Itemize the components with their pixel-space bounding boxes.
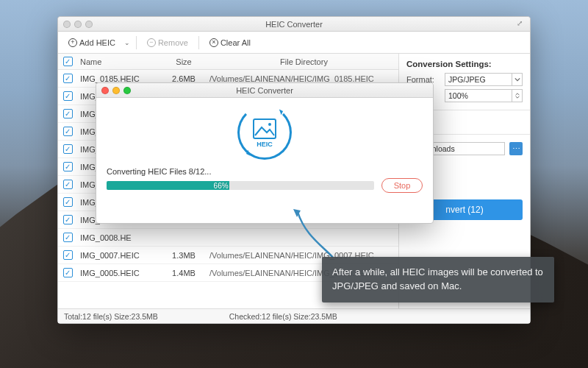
col-name[interactable]: Name — [77, 57, 158, 66]
app-logo-icon: HEIC — [237, 105, 292, 160]
file-size: 1.3MB — [158, 251, 209, 260]
logo-text: HEIC — [257, 141, 273, 148]
row-checkbox[interactable] — [63, 215, 73, 224]
file-size: 2.6MB — [158, 74, 209, 83]
file-directory: /Volumes/ELAINENAN/HEIC/IMG_0185.HEIC — [209, 74, 398, 83]
row-checkbox[interactable] — [63, 197, 73, 207]
progress-percent: 66% — [214, 182, 229, 190]
col-dir[interactable]: File Directory — [209, 57, 398, 66]
stop-button[interactable]: Stop — [381, 178, 423, 193]
clear-all-button[interactable]: × Clear All — [205, 37, 255, 49]
convert-button-label: nvert (12) — [445, 205, 483, 215]
quality-value: 100% — [448, 91, 468, 100]
zoom-icon[interactable] — [123, 87, 131, 94]
stepper-icon — [512, 90, 522, 102]
close-icon[interactable] — [101, 87, 109, 94]
row-checkbox[interactable] — [63, 233, 73, 242]
table-row[interactable]: IMG_0008.HE — [58, 229, 398, 247]
minus-icon: − — [147, 38, 156, 47]
quality-select[interactable]: 100% — [445, 89, 523, 102]
status-total: Total:12 file(s) Size:23.5MB — [64, 312, 158, 321]
x-icon: × — [209, 38, 218, 47]
settings-title: Conversion Settings: — [406, 60, 523, 68]
browse-button[interactable]: ⋯ — [509, 142, 523, 155]
row-checkbox[interactable] — [63, 127, 73, 136]
file-name: IMG_0005.HEIC — [77, 269, 158, 277]
progress-bar: 66% — [107, 181, 374, 190]
close-icon[interactable] — [63, 21, 71, 28]
svg-rect-0 — [254, 119, 276, 138]
stop-button-label: Stop — [394, 181, 411, 190]
minimize-icon[interactable] — [112, 87, 120, 94]
svg-point-1 — [268, 123, 271, 126]
minimize-icon[interactable] — [74, 21, 82, 28]
window-title: HEIC Converter — [58, 20, 530, 29]
zoom-icon[interactable] — [85, 21, 93, 28]
add-heic-label: Add HEIC — [79, 38, 115, 47]
row-checkbox[interactable] — [63, 74, 73, 83]
file-name: IMG_0008.HE — [77, 233, 158, 242]
toolbar: + Add HEIC ⌄ − Remove × Clear All — [58, 32, 530, 54]
row-checkbox[interactable] — [63, 162, 73, 171]
format-select[interactable]: JPG/JPEG — [445, 73, 523, 86]
status-bar: Total:12 file(s) Size:23.5MB Checked:12 … — [58, 308, 530, 323]
status-checked: Checked:12 file(s) Size:23.5MB — [229, 312, 337, 321]
annotation-callout: After a while, all HEIC images will be c… — [322, 257, 554, 302]
dialog-titlebar[interactable]: HEIC Converter — [96, 83, 433, 98]
remove-label: Remove — [158, 38, 188, 47]
row-checkbox[interactable] — [63, 180, 73, 189]
col-size[interactable]: Size — [158, 57, 209, 66]
plus-icon: + — [68, 38, 77, 47]
dialog-title: HEIC Converter — [96, 86, 433, 95]
list-header: Name Size File Directory — [58, 54, 398, 70]
clear-all-label: Clear All — [220, 38, 251, 47]
resize-icon[interactable]: ⤢ — [517, 19, 526, 28]
chevron-down-icon — [512, 74, 522, 85]
format-value: JPG/JPEG — [448, 75, 486, 84]
row-checkbox[interactable] — [63, 268, 73, 277]
progress-text: Converting HEIC Files 8/12... — [107, 167, 211, 176]
file-name: IMG_0007.HEIC — [77, 251, 158, 260]
progress-dialog: HEIC Converter HEIC Converting HEIC File… — [96, 82, 434, 224]
select-all-checkbox[interactable] — [63, 57, 73, 66]
annotation-text: After a while, all HEIC images will be c… — [332, 266, 543, 291]
main-titlebar[interactable]: HEIC Converter ⤢ — [58, 17, 530, 32]
row-checkbox[interactable] — [63, 91, 73, 101]
row-checkbox[interactable] — [63, 109, 73, 118]
add-heic-button[interactable]: + Add HEIC — [64, 37, 120, 49]
row-checkbox[interactable] — [63, 250, 73, 260]
remove-button[interactable]: − Remove — [143, 37, 193, 49]
row-checkbox[interactable] — [63, 144, 73, 154]
file-size: 1.4MB — [158, 269, 209, 277]
add-heic-dropdown[interactable]: ⌄ — [124, 39, 130, 46]
file-name: IMG_0185.HEIC — [77, 74, 158, 83]
